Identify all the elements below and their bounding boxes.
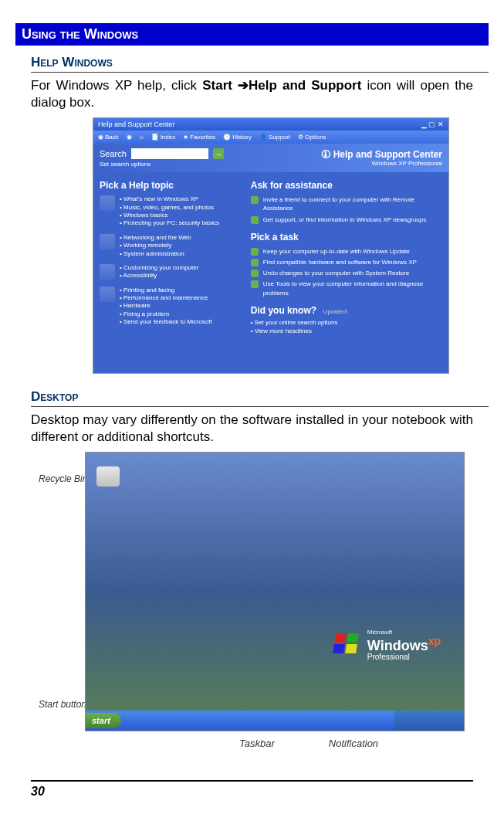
help-link[interactable]: Undo changes to your computer with Syste…: [251, 269, 442, 277]
help-center-screenshot: Help and Support Center ▁ ▢ ✕ ◉ Back ◉ ⌂…: [93, 117, 473, 374]
favorites-button[interactable]: ★ Favorites: [183, 134, 215, 141]
dyk-link[interactable]: • Set your online search options: [251, 319, 442, 326]
index-button[interactable]: 📑 Index: [151, 134, 176, 141]
text-fragment: For Windows XP help, click: [31, 78, 202, 93]
desktop-screenshot: Recycle Bin — Start button — Microsoft: [85, 452, 463, 749]
edition-label: Windows XP Professional: [321, 160, 442, 167]
page-number: 30: [31, 780, 473, 799]
ask-assistance-title: Ask for assistance: [251, 180, 442, 191]
arrow-icon: ➔: [238, 78, 249, 93]
forward-button[interactable]: ◉: [127, 134, 132, 141]
desktop-heading: Desktop: [31, 389, 489, 407]
support-button[interactable]: 👤 Support: [259, 134, 290, 141]
desktop-paragraph: Desktop may vary differently on the soft…: [31, 412, 473, 446]
label: Back: [105, 134, 119, 141]
help-windows-paragraph: For Windows XP help, click Start ➔Help a…: [31, 77, 473, 111]
dyk-link[interactable]: • View more headlines: [251, 327, 442, 334]
help-topic-link[interactable]: Working remotely: [120, 242, 191, 249]
topic-group-icon: [100, 195, 115, 211]
taskbar: start: [86, 711, 464, 731]
help-link[interactable]: Invite a friend to connect to your compu…: [251, 195, 442, 212]
help-topic-link[interactable]: Networking and the Web: [120, 234, 191, 242]
help-topic-link[interactable]: Customizing your computer: [120, 264, 198, 272]
arrow-icon: [251, 196, 259, 204]
help-topic-link[interactable]: What's new in Windows XP: [120, 195, 219, 203]
brand-edition: Professional: [367, 653, 441, 661]
set-search-options-link[interactable]: Set search options: [100, 161, 224, 168]
text-bold: Start: [202, 78, 238, 93]
arrow-icon: [251, 216, 259, 224]
dyk-updated: Updated:: [323, 308, 348, 315]
toolbar: ◉ Back ◉ ⌂ 📑 Index ★ Favorites 🕑 History…: [93, 131, 448, 144]
help-center-logo: 🛈 Help and Support Center: [321, 149, 442, 160]
help-link[interactable]: Use Tools to view your computer informat…: [251, 280, 442, 297]
section-header: Using the Windows: [15, 23, 489, 46]
help-topic-group: Printing and faxingPerformance and maint…: [100, 287, 238, 327]
help-topic-link[interactable]: Music, video, games, and photos: [120, 204, 219, 212]
help-topic-link[interactable]: Accessibility: [120, 272, 198, 280]
help-topic-link[interactable]: Printing and faxing: [120, 287, 212, 294]
history-button[interactable]: 🕑 History: [223, 134, 252, 141]
topic-group-icon: [100, 287, 115, 302]
window-titlebar: Help and Support Center ▁ ▢ ✕: [93, 118, 448, 131]
help-topic-link[interactable]: Windows basics: [120, 212, 219, 219]
help-link[interactable]: Keep your computer up-to-date with Windo…: [251, 247, 442, 256]
text-bold: Help and Support: [249, 78, 361, 93]
help-topic-link[interactable]: Performance and maintenance: [120, 294, 212, 302]
arrow-icon: [251, 248, 259, 256]
help-topic-group: Customizing your computerAccessibility: [100, 264, 238, 280]
arrow-icon: [251, 259, 259, 266]
label: Support: [269, 134, 290, 141]
arrow-icon: [251, 270, 259, 277]
help-topic-link[interactable]: Hardware: [120, 302, 212, 310]
search-input[interactable]: [131, 148, 208, 159]
arrow-icon: [251, 280, 259, 288]
label: Options: [305, 134, 326, 141]
help-link[interactable]: Get support, or find information in Wind…: [251, 215, 442, 224]
windows-logo: Microsoft Windowsxp Professional: [334, 629, 441, 661]
brand-name: Windows: [367, 638, 428, 653]
topic-group-icon: [100, 264, 115, 280]
help-link[interactable]: Find compatible hardware and software fo…: [251, 258, 442, 266]
window-controls: ▁ ▢ ✕: [421, 120, 444, 128]
notification-label: Notification: [329, 738, 378, 749]
help-topic-link[interactable]: Fixing a problem: [120, 310, 212, 318]
topic-group-icon: [100, 234, 115, 249]
label: Favorites: [190, 134, 215, 141]
start-button[interactable]: start: [86, 713, 121, 728]
home-icon[interactable]: ⌂: [140, 134, 144, 141]
help-topic-link[interactable]: System administration: [120, 250, 191, 258]
options-button[interactable]: ⚙ Options: [298, 134, 326, 141]
help-topic-link[interactable]: Send your feedback to Microsoft: [120, 318, 212, 326]
search-label: Search: [100, 149, 127, 158]
help-topic-group: What's new in Windows XPMusic, video, ga…: [100, 195, 238, 228]
label: Index: [161, 134, 176, 141]
recycle-bin-icon[interactable]: [96, 466, 121, 497]
notification-area[interactable]: [394, 711, 464, 731]
window-title: Help and Support Center: [98, 120, 175, 128]
pick-task-title: Pick a task: [251, 232, 442, 243]
brand-xp: xp: [428, 635, 441, 647]
help-topic-link[interactable]: Protecting your PC: security basics: [120, 219, 219, 227]
search-go-button[interactable]: →: [213, 148, 224, 159]
help-topic-group: Networking and the WebWorking remotelySy…: [100, 234, 238, 258]
did-you-know-title: Did you know?: [251, 305, 316, 316]
label: History: [232, 134, 252, 141]
back-button[interactable]: ◉ Back: [98, 134, 119, 141]
pick-topic-title: Pick a Help topic: [100, 180, 238, 191]
taskbar-label: Taskbar: [239, 738, 275, 749]
help-windows-heading: Help Windows: [31, 55, 489, 73]
